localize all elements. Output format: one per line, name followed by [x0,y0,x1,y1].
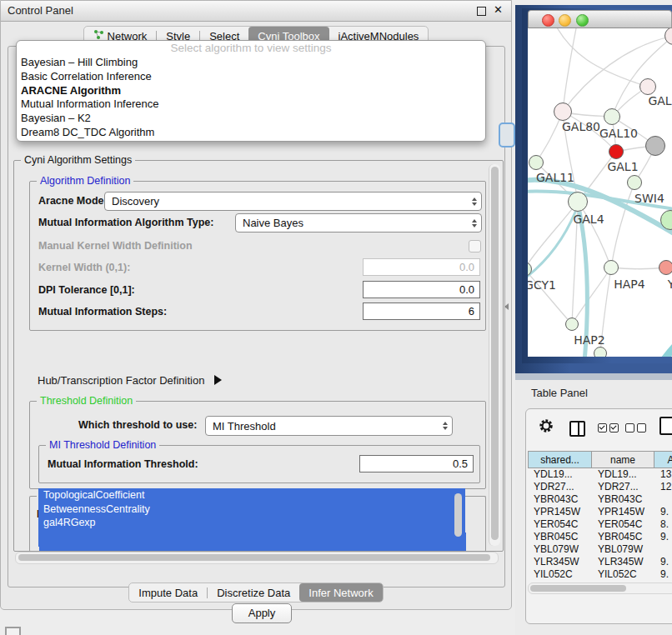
zoom-traffic-light-icon[interactable] [576,14,589,27]
network-node[interactable] [639,78,656,95]
tab-label: Impute Data [138,587,198,599]
tab-infer-network[interactable]: Infer Network [299,583,382,602]
unselect-all-columns-icon[interactable] [625,423,646,432]
table-cell: YBL079W [528,543,592,556]
algorithm-list-item[interactable]: Dream8 DC_TDC Algorithm [17,126,485,140]
settings-vertical-scrollbar[interactable] [489,164,500,546]
attributes-scrollbar[interactable] [453,492,464,545]
table-column-header[interactable]: shared... [528,451,592,468]
algorithm-list-item[interactable]: Bayesian – Hill Climbing [17,56,485,70]
table-horizontal-scrollbar-thumb[interactable] [530,585,626,592]
column-browser-icon[interactable] [569,421,585,437]
network-node-label: GAL10 [599,127,638,140]
mi-algorithm-type-label: Mutual Information Algorithm Type: [38,217,213,228]
table-row[interactable]: YBL079WYBL079W [528,543,672,556]
bottom-tabrow: Impute DataDiscretize DataInfer Network [1,582,511,602]
dpi-tolerance-field[interactable] [363,281,480,298]
settings-group-title: Cyni Algorithm Settings [21,154,135,166]
which-threshold-combo[interactable]: MI Threshold [205,416,453,436]
mi-steps-field[interactable] [363,302,480,320]
network-canvas[interactable]: GAL8GAL80GAL10GAL1GAL11SWI4GAL4GCY1HAP4Y… [528,28,672,357]
table-cell: YPR145W [592,506,654,518]
attributes-scrollbar-thumb[interactable] [454,493,462,537]
algorithm-definition-title: Algorithm Definition [37,175,133,187]
settings-horizontal-scrollbar-thumb[interactable] [18,554,490,561]
network-node[interactable] [604,108,620,125]
tab-impute-data[interactable]: Impute Data [129,583,207,602]
table-cell: YBL079W [592,543,654,556]
attribute-item[interactable]: BetweennessCentrality [38,502,465,517]
network-node[interactable] [659,260,672,275]
threshold-definition-group: Threshold Definition Which threshold to … [29,401,486,489]
attribute-item[interactable]: gal4RGexp [38,516,465,530]
algorithm-list-item[interactable]: Mutual Information Inference [17,98,485,112]
apply-button[interactable]: Apply [232,603,292,623]
network-node[interactable] [529,155,544,170]
float-window-icon[interactable] [477,7,486,16]
table-cell: YLR345W [528,556,592,568]
aracne-mode-label: Aracne Mode: [38,195,108,207]
network-node[interactable] [609,144,624,159]
kernel-width-field[interactable] [363,258,480,276]
network-node[interactable] [604,260,619,275]
table-column-header[interactable]: name [592,451,654,468]
algorithm-placeholder: Select algorithm to view settings [17,41,485,56]
close-traffic-light-icon[interactable] [542,14,554,27]
table-row[interactable]: YIL052CYIL052C9. [528,568,672,581]
network-window-titlebar[interactable] [528,10,672,28]
table-cell: YDR27... [592,481,654,493]
table-row[interactable]: YBR045CYBR045C9. [528,531,672,543]
network-node[interactable] [554,102,572,121]
table-row[interactable]: YDR27...YDR27...12 [528,481,672,493]
table-cell: YDR27... [528,481,592,493]
table-cell: 9. [654,556,672,568]
tab-label: Discretize Data [217,587,290,599]
network-node-label: GAL1 [607,160,638,173]
algorithm-list-item[interactable]: ARACNE Algorithm [17,84,485,98]
network-node[interactable] [565,318,579,331]
algorithm-list-item[interactable]: Basic Correlation Inference [17,70,485,84]
network-node-label: GAL11 [536,171,574,184]
aracne-mode-combo[interactable]: Discovery [104,192,482,211]
table-panel: shared...nameA YDL19...YDL19...13YDR27..… [525,408,672,624]
select-all-columns-icon[interactable] [598,423,619,432]
table-horizontal-scrollbar[interactable] [528,582,672,594]
collapse-splitter-icon[interactable] [504,303,509,310]
network-window[interactable]: GAL8GAL80GAL10GAL1GAL11SWI4GAL4GCY1HAP4Y… [522,8,672,363]
attribute-item[interactable]: TopologicalCoefficient [38,488,465,502]
hub-definition-expander[interactable]: Hub/Transcription Factor Definition [38,374,222,387]
table-row[interactable]: YER054CYER054C8. [528,518,672,531]
network-node[interactable] [568,192,588,212]
table-header-row: shared...nameA [528,451,672,468]
import-table-icon[interactable] [659,417,672,435]
algorithm-list-item[interactable]: Bayesian – K2 [17,112,485,126]
network-node[interactable] [645,136,665,156]
table-row[interactable]: YBR043CYBR043C [528,493,672,506]
manual-kernel-width-label: Manual Kernel Width Definition [38,240,193,252]
application-root: GAL8GAL80GAL10GAL1GAL11SWI4GAL4GCY1HAP4Y… [0,0,672,635]
close-panel-icon[interactable]: ✕ [494,3,503,16]
network-node[interactable] [627,175,642,190]
minimize-traffic-light-icon[interactable] [559,14,571,27]
mi-algorithm-type-combo[interactable]: Naive Bayes [235,213,482,232]
minimized-window-icon[interactable] [5,627,21,635]
table-row[interactable]: YDL19...YDL19...13 [528,468,672,481]
table-row[interactable]: YPR145WYPR145W9. [528,506,672,518]
network-node-label: SWI4 [634,192,664,205]
control-panel: Control Panel ✕ NetworkStyleSelectCyni T… [0,0,512,610]
table-cell: YLR345W [592,556,654,568]
node-table: shared...nameA YDL19...YDL19...13YDR27..… [528,451,672,594]
table-row[interactable]: YLR345WYLR345W9. [528,556,672,568]
manual-kernel-width-checkbox[interactable] [469,240,481,252]
settings-vertical-scrollbar-thumb[interactable] [491,167,499,540]
table-cell: YER054C [528,518,592,531]
table-cell: YBR045C [528,531,592,543]
settings-horizontal-scrollbar[interactable] [15,552,499,564]
network-node[interactable] [594,347,607,357]
table-column-header[interactable]: A [654,451,672,468]
panel-splitter[interactable] [515,373,672,380]
aracne-mode-value: Discovery [105,195,468,208]
mi-threshold-field[interactable] [359,455,474,472]
gear-icon[interactable] [538,418,554,438]
tab-discretize-data[interactable]: Discretize Data [208,583,299,602]
